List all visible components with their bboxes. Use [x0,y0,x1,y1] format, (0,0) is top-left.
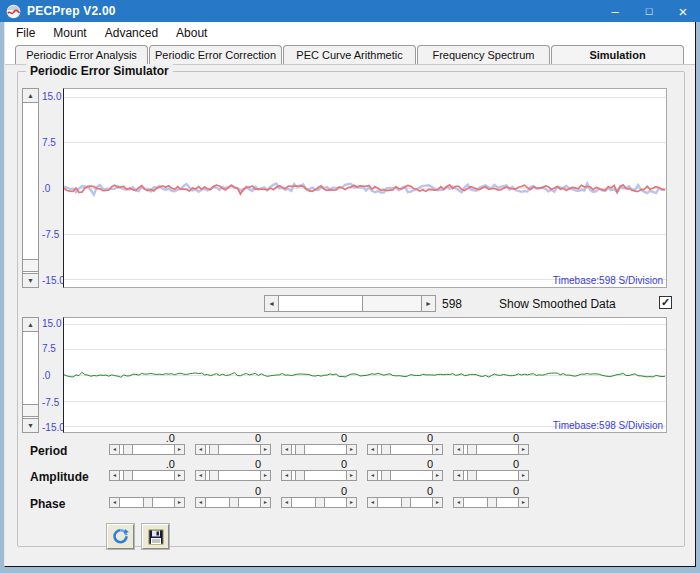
slider-track[interactable] [119,445,175,454]
slider-phase-4[interactable]: ◄► [367,497,443,508]
slider-track[interactable] [463,445,519,454]
slider-thumb[interactable] [295,444,305,455]
slider-thumb[interactable] [315,497,325,508]
slider-track[interactable] [205,445,261,454]
menu-mount[interactable]: Mount [44,23,95,43]
slider-track[interactable] [377,445,433,454]
arrow-up-icon[interactable]: ▲ [22,88,39,103]
slider-track[interactable] [205,471,261,480]
slider-period-2[interactable]: ◄► [195,444,271,455]
slider-track[interactable] [463,498,519,507]
arrow-right-icon[interactable]: ► [518,444,529,455]
tab-frequency-spectrum[interactable]: Frequency Spectrum [417,45,550,64]
arrow-right-icon[interactable]: ► [432,497,443,508]
slider-thumb[interactable] [229,497,239,508]
arrow-right-icon[interactable]: ► [432,470,443,481]
tab-periodic-error-analysis[interactable]: Periodic Error Analysis [15,45,148,64]
arrow-right-icon[interactable]: ► [260,470,271,481]
slider-track[interactable] [377,498,433,507]
chart1-vertical-scrollbar[interactable]: ▲ ▼ [22,88,39,288]
arrow-right-icon[interactable]: ► [346,470,357,481]
slider-amplitude-4[interactable]: ◄► [367,470,443,481]
y-tick: 7.5 [42,343,56,354]
slider-period-3[interactable]: ◄► [281,444,357,455]
slider-value: 0 [281,485,357,497]
chart1-vscroll-track[interactable] [23,102,38,273]
hscroll-track[interactable] [278,296,422,311]
slider-thumb[interactable] [381,470,391,481]
slider-track[interactable] [463,471,519,480]
slider-amplitude-5[interactable]: ◄► [453,470,529,481]
slider-thumb[interactable] [123,444,133,455]
slider-track[interactable] [377,471,433,480]
menu-file[interactable]: File [7,23,44,43]
chart2-vertical-scrollbar[interactable]: ▲ ▼ [22,317,39,433]
menu-advanced[interactable]: Advanced [96,23,167,43]
chart-horizontal-scrollbar[interactable]: ◄ ► [264,295,436,312]
slider-track[interactable] [119,498,175,507]
slider-period-4[interactable]: ◄► [367,444,443,455]
show-smoothed-data-checkbox[interactable]: ✓ [659,296,672,309]
slider-value: 0 [453,458,529,470]
slider-phase-3[interactable]: ◄► [281,497,357,508]
save-button[interactable] [142,524,169,549]
slider-thumb[interactable] [467,470,477,481]
y-tick: 15.0 [42,317,61,328]
chart2-vscroll-thumb[interactable] [22,404,39,417]
minimize-button[interactable]: – [598,0,632,22]
close-button[interactable]: × [666,0,700,22]
arrow-right-icon[interactable]: ► [346,497,357,508]
slider-thumb[interactable] [143,497,153,508]
arrow-right-icon[interactable]: ► [518,497,529,508]
arrow-down-icon[interactable]: ▼ [22,418,39,433]
y-tick: 7.5 [42,137,56,148]
y-tick: -15.0 [42,275,65,286]
slider-thumb[interactable] [487,497,497,508]
arrow-right-icon[interactable]: ► [432,444,443,455]
arrow-right-icon[interactable]: ► [174,444,185,455]
arrow-right-icon[interactable]: ► [421,295,436,312]
slider-amplitude-2[interactable]: ◄► [195,470,271,481]
slider-cell: 0◄► [195,458,271,481]
arrow-down-icon[interactable]: ▼ [22,273,39,288]
slider-cell: 0◄► [367,458,443,481]
tab-pec-curve-arithmetic[interactable]: PEC Curve Arithmetic [283,45,416,64]
menu-about[interactable]: About [167,23,216,43]
slider-phase-1[interactable]: ◄► [109,497,185,508]
slider-phase-5[interactable]: ◄► [453,497,529,508]
slider-track[interactable] [291,471,347,480]
slider-thumb[interactable] [401,497,411,508]
slider-thumb[interactable] [209,470,219,481]
slider-period-1[interactable]: ◄► [109,444,185,455]
tab-simulation[interactable]: Simulation [551,45,684,64]
menu-bar: File Mount Advanced About [5,22,695,43]
chart1-vscroll-thumb[interactable] [22,259,39,272]
tab-periodic-error-correction[interactable]: Periodic Error Correction [149,45,282,64]
slider-track[interactable] [291,498,347,507]
arrow-right-icon[interactable]: ► [174,497,185,508]
arrow-right-icon[interactable]: ► [260,497,271,508]
maximize-button[interactable]: □ [632,0,666,22]
refresh-button[interactable] [107,524,134,549]
slider-thumb[interactable] [295,470,305,481]
slider-thumb[interactable] [381,444,391,455]
slider-track[interactable] [291,445,347,454]
slider-thumb[interactable] [209,444,219,455]
arrow-left-icon[interactable]: ◄ [264,295,279,312]
slider-track[interactable] [119,471,175,480]
slider-phase-2[interactable]: ◄► [195,497,271,508]
slider-track[interactable] [205,498,261,507]
chart2-vscroll-track[interactable] [23,331,38,418]
slider-thumb[interactable] [467,444,477,455]
slider-amplitude-3[interactable]: ◄► [281,470,357,481]
slider-period-5[interactable]: ◄► [453,444,529,455]
hscroll-thumb[interactable] [362,295,422,312]
arrow-right-icon[interactable]: ► [174,470,185,481]
phase-sliders-row: ◄►0◄►0◄►0◄►0◄► [109,485,549,508]
slider-thumb[interactable] [123,470,133,481]
slider-amplitude-1[interactable]: ◄► [109,470,185,481]
arrow-right-icon[interactable]: ► [518,470,529,481]
arrow-up-icon[interactable]: ▲ [22,317,39,332]
arrow-right-icon[interactable]: ► [346,444,357,455]
arrow-right-icon[interactable]: ► [260,444,271,455]
